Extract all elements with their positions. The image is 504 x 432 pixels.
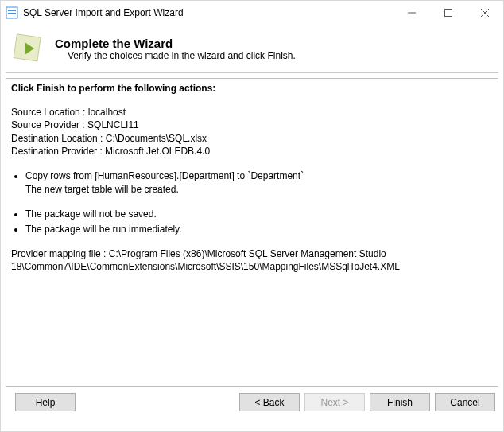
back-button[interactable]: < Back <box>239 393 300 411</box>
button-bar: Help < Back Next > Finish Cancel <box>1 387 503 418</box>
wizard-icon <box>9 29 47 68</box>
summary-panel: Click Finish to perform the following ac… <box>6 78 498 387</box>
pkg-not-saved: The package will not be saved. <box>25 207 493 221</box>
window-title: SQL Server Import and Export Wizard <box>23 7 394 18</box>
svg-rect-1 <box>8 10 16 11</box>
maximize-button[interactable] <box>430 1 467 25</box>
minimize-button[interactable] <box>394 1 430 25</box>
source-location: Source Location : localhost <box>11 106 493 119</box>
window-controls <box>394 1 503 25</box>
next-button: Next > <box>304 393 365 411</box>
summary-intro: Click Finish to perform the following ac… <box>11 82 493 95</box>
package-action-list: The package will not be saved. The packa… <box>11 207 493 235</box>
destination-location: Destination Location : C:\Documents\SQL.… <box>11 132 493 145</box>
copy-action-item: Copy rows from [HumanResources].[Departm… <box>25 169 493 183</box>
title-bar: SQL Server Import and Export Wizard <box>1 1 503 25</box>
cancel-button[interactable]: Cancel <box>435 393 495 411</box>
finish-button[interactable]: Finish <box>370 393 430 411</box>
close-button[interactable] <box>467 1 503 25</box>
svg-rect-2 <box>8 13 16 14</box>
pkg-run-now: The package will be run immediately. <box>25 222 493 236</box>
copy-detail: The new target table will be created. <box>11 183 493 196</box>
page-title: Complete the Wizard <box>55 37 296 50</box>
destination-provider: Destination Provider : Microsoft.Jet.OLE… <box>11 145 493 158</box>
copy-action-list: Copy rows from [HumanResources].[Departm… <box>11 169 493 183</box>
app-icon <box>6 6 18 19</box>
page-subtitle: Verify the choices made in the wizard an… <box>55 50 296 61</box>
provider-mapping: Provider mapping file : C:\Program Files… <box>11 247 493 273</box>
svg-rect-4 <box>445 10 452 17</box>
help-button[interactable]: Help <box>15 393 76 411</box>
source-provider: Source Provider : SQLNCLI11 <box>11 119 493 131</box>
wizard-header: Complete the Wizard Verify the choices m… <box>1 25 503 72</box>
